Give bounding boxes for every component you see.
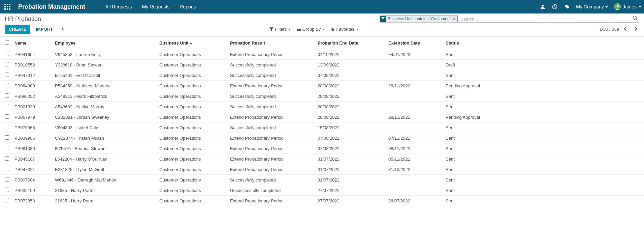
app-title[interactable]: Probation Management <box>18 3 85 10</box>
row-checkbox[interactable] <box>5 198 9 202</box>
row-checkbox[interactable] <box>5 167 9 171</box>
chevron-down-icon <box>323 29 325 30</box>
cell-name: PB047312 <box>12 70 52 81</box>
table-row[interactable]: PB047321B381326 - Dylan McGrathCustomer … <box>0 164 644 175</box>
cell-result: Successfully completed <box>227 91 315 102</box>
favorites-dropdown[interactable]: Favorites <box>331 27 358 32</box>
cell-result: Unsuccessfully completed <box>227 185 315 196</box>
filter-chip-close[interactable]: ✕ <box>451 17 457 21</box>
row-checkbox[interactable] <box>5 188 9 192</box>
cell-bu: Customer Operations <box>157 196 227 206</box>
table-row[interactable]: PB041654V945853 - Lauren KellyCustomer O… <box>0 49 644 60</box>
nav-reports[interactable]: Reports <box>180 4 196 9</box>
table-row[interactable]: PB045107L542204 - Harry O'SullivanCustom… <box>0 154 644 164</box>
download-button[interactable] <box>60 27 65 32</box>
nav-my-requests[interactable]: My Requests <box>142 4 170 9</box>
nav-links: All Requests My Requests Reports <box>105 4 196 9</box>
apps-menu-icon[interactable] <box>3 2 12 11</box>
clock-icon[interactable] <box>552 4 558 10</box>
chevron-down-icon <box>639 6 641 8</box>
table-scroll[interactable]: Name Employee Business Unit Probation Re… <box>0 37 644 248</box>
cell-ext: 28/11/2022 <box>386 81 443 91</box>
user-menu[interactable]: James <box>614 3 641 10</box>
cell-result: Extend Probationary Period <box>227 133 315 143</box>
star-icon <box>331 27 335 31</box>
pager-text[interactable]: 1-80 / 339 <box>599 27 619 32</box>
table-row[interactable]: PB039986O922874 - Tristan MullanCustomer… <box>0 133 644 143</box>
row-checkbox[interactable] <box>5 83 9 87</box>
table-row[interactable]: PB021330A543682 - Kaitlyn MurrayCustomer… <box>0 102 644 112</box>
table-row[interactable]: PB067979C282081 - Jordan SweeneyCustomer… <box>0 112 644 122</box>
cell-employee: A348313 - Mark Fitzpatrick <box>52 91 157 102</box>
pager: 1-80 / 339 <box>599 26 639 33</box>
table-row[interactable]: PB086202A348313 - Mark FitzpatrickCustom… <box>0 91 644 102</box>
row-checkbox[interactable] <box>5 62 9 66</box>
top-navbar: Probation Management All Requests My Req… <box>0 0 644 13</box>
table-row[interactable]: PB07235821635 - Harry PorterCustomer Ope… <box>0 196 644 206</box>
filters-dropdown[interactable]: Filters <box>269 27 291 32</box>
cell-end: 27/07/2022 <box>315 196 386 206</box>
table-row[interactable]: PB03210921635 - Harry PorterCustomer Ope… <box>0 185 644 196</box>
cell-name: PB064300 <box>12 81 52 91</box>
cell-status: Sent <box>443 185 644 196</box>
cell-end: 07/09/2022 <box>315 70 386 81</box>
col-status[interactable]: Status <box>443 37 644 49</box>
import-button[interactable]: IMPORT <box>32 25 57 34</box>
cell-end: 04/10/2022 <box>315 49 386 60</box>
cell-status: Sent <box>443 91 644 102</box>
search-icon[interactable] <box>631 16 639 22</box>
row-checkbox[interactable] <box>5 104 9 108</box>
row-checkbox[interactable] <box>5 52 9 56</box>
select-all-checkbox[interactable] <box>5 40 9 45</box>
avatar <box>614 3 621 10</box>
data-table: Name Employee Business Unit Probation Re… <box>0 37 644 206</box>
row-checkbox[interactable] <box>5 114 9 119</box>
row-checkbox[interactable] <box>5 146 9 150</box>
table-row[interactable]: PB064300P584350 - Kathleen MaguireCustom… <box>0 81 644 91</box>
cell-ext: 28/11/2022 <box>386 112 443 122</box>
cell-bu: Customer Operations <box>157 143 227 154</box>
company-selector[interactable]: My Company <box>576 4 608 9</box>
nav-all-requests[interactable]: All Requests <box>105 4 132 9</box>
col-extension[interactable]: Extension Date <box>386 37 443 49</box>
cell-ext: 05/11/2022 <box>386 154 443 164</box>
row-checkbox[interactable] <box>5 135 9 140</box>
cell-end: 28/08/2022 <box>315 112 386 122</box>
pager-prev[interactable] <box>622 26 629 33</box>
table-row[interactable]: PB007604W691346 - Darragh MacMahonCustom… <box>0 175 644 185</box>
row-checkbox[interactable] <box>5 156 9 161</box>
cell-name: PB021330 <box>12 102 52 112</box>
filter-chip: Business Unit contains "Customer" ✕ <box>380 16 458 22</box>
row-checkbox[interactable] <box>5 93 9 98</box>
cell-status: Draft <box>443 60 644 70</box>
cell-ext <box>386 60 443 70</box>
col-employee[interactable]: Employee <box>52 37 157 49</box>
table-row[interactable]: PB061086I975576 - Brianna StewartCustome… <box>0 143 644 154</box>
filter-chip-text: Business Unit contains "Customer" <box>386 16 451 22</box>
chevron-down-icon <box>356 29 358 30</box>
row-checkbox[interactable] <box>5 125 9 129</box>
col-business-unit[interactable]: Business Unit <box>157 37 227 49</box>
user-icon[interactable] <box>540 4 546 10</box>
chat-icon[interactable] <box>564 4 570 10</box>
col-result[interactable]: Probation Result <box>227 37 315 49</box>
cell-result: Successfully completed <box>227 70 315 81</box>
cell-bu: Customer Operations <box>157 122 227 133</box>
cell-bu: Customer Operations <box>157 154 227 164</box>
search-input[interactable] <box>459 16 631 22</box>
col-name[interactable]: Name <box>12 37 52 49</box>
cell-status: Sent <box>443 196 644 206</box>
row-checkbox[interactable] <box>5 177 9 181</box>
groupby-dropdown[interactable]: Group By <box>297 27 325 32</box>
cell-ext <box>386 175 443 185</box>
cell-end: 07/08/2022 <box>315 133 386 143</box>
svg-point-11 <box>617 5 619 7</box>
col-end-date[interactable]: Probation End Date <box>315 37 386 49</box>
cell-status: Sent <box>443 102 644 112</box>
table-row[interactable]: PB070965V604803 - Isobel DalyCustomer Op… <box>0 122 644 133</box>
pager-next[interactable] <box>632 26 639 33</box>
table-row[interactable]: PB010552Y328618 - Brian StewartCustomer … <box>0 60 644 70</box>
create-button[interactable]: CREATE <box>5 25 30 34</box>
row-checkbox[interactable] <box>5 73 9 77</box>
table-row[interactable]: PB047312B755461 - Ed O'CarrollCustomer O… <box>0 70 644 81</box>
